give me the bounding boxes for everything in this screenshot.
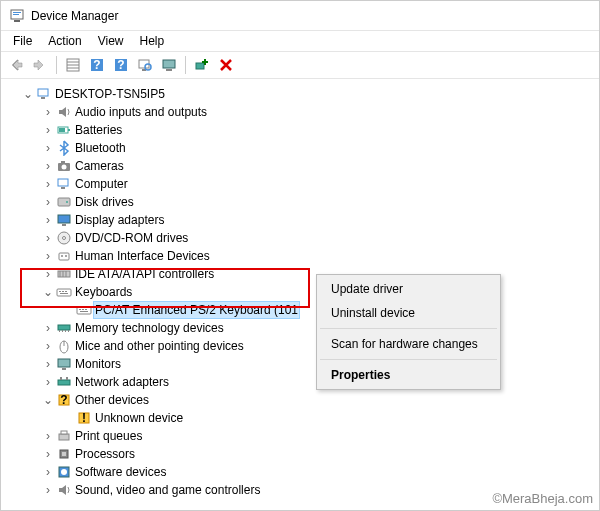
svg-rect-34 xyxy=(59,253,69,260)
chevron-right-icon[interactable]: › xyxy=(41,481,55,499)
chevron-right-icon[interactable]: › xyxy=(41,157,55,175)
computer-icon xyxy=(55,176,73,192)
tree-category[interactable]: ⌄?Other devices xyxy=(5,391,595,409)
chevron-right-icon[interactable]: › xyxy=(41,247,55,265)
other-icon: ? xyxy=(55,392,73,408)
chevron-right-icon[interactable]: › xyxy=(41,175,55,193)
context-menu: Update driverUninstall deviceScan for ha… xyxy=(316,274,501,390)
tree-category[interactable]: ›IDE ATA/ATAPI controllers xyxy=(5,265,595,283)
tree-category[interactable]: ›Software devices xyxy=(5,463,595,481)
chevron-right-icon[interactable]: › xyxy=(41,337,55,355)
tree-category[interactable]: ›Audio inputs and outputs xyxy=(5,103,595,121)
chevron-right-icon[interactable]: › xyxy=(41,103,55,121)
svg-rect-50 xyxy=(80,311,88,312)
tree-device[interactable]: PC/AT Enhanced PS/2 Keyboard (101 xyxy=(5,301,595,319)
context-menu-item[interactable]: Uninstall device xyxy=(319,301,498,325)
menu-action[interactable]: Action xyxy=(40,32,89,50)
context-menu-item[interactable]: Properties xyxy=(319,363,498,387)
svg-point-36 xyxy=(65,255,67,257)
tree-category[interactable]: ›Disk drives xyxy=(5,193,595,211)
tree-category[interactable]: ›Human Interface Devices xyxy=(5,247,595,265)
tree-category[interactable]: ›Mice and other pointing devices xyxy=(5,337,595,355)
tree-category[interactable]: ›Print queues xyxy=(5,427,595,445)
tree-category[interactable]: ›Batteries xyxy=(5,121,595,139)
svg-rect-15 xyxy=(163,60,175,68)
chevron-down-icon[interactable]: ⌄ xyxy=(21,85,35,103)
tree-category[interactable]: ›Processors xyxy=(5,445,595,463)
back-button[interactable] xyxy=(5,54,27,76)
monitor-icon xyxy=(55,356,73,372)
tree-category[interactable]: ›Bluetooth xyxy=(5,139,595,157)
svg-rect-54 xyxy=(65,330,66,332)
menu-file[interactable]: File xyxy=(5,32,40,50)
scan-button[interactable] xyxy=(134,54,156,76)
context-menu-item[interactable]: Scan for hardware changes xyxy=(319,332,498,356)
monitor-button[interactable] xyxy=(158,54,180,76)
tree-category[interactable]: ›Computer xyxy=(5,175,595,193)
tree-root-label: DESKTOP-TSN5IP5 xyxy=(53,85,167,103)
menu-view[interactable]: View xyxy=(90,32,132,50)
add-device-button[interactable] xyxy=(191,54,213,76)
svg-rect-59 xyxy=(62,368,66,370)
forward-button[interactable] xyxy=(29,54,51,76)
dvd-icon xyxy=(55,230,73,246)
chevron-right-icon[interactable]: › xyxy=(41,121,55,139)
svg-rect-19 xyxy=(41,97,45,99)
help-button-2[interactable]: ? xyxy=(110,54,132,76)
svg-text:!: ! xyxy=(82,411,86,425)
show-button[interactable] xyxy=(62,54,84,76)
category-label: Processors xyxy=(73,445,137,463)
category-label: Computer xyxy=(73,175,130,193)
chevron-right-icon[interactable]: › xyxy=(41,139,55,157)
category-label: Memory technology devices xyxy=(73,319,226,337)
chevron-right-icon[interactable]: › xyxy=(41,445,55,463)
remove-device-button[interactable] xyxy=(215,54,237,76)
tree-category[interactable]: ›Memory technology devices xyxy=(5,319,595,337)
processor-icon xyxy=(55,446,73,462)
hid-icon xyxy=(55,248,73,264)
context-menu-separator xyxy=(320,328,497,329)
chevron-right-icon[interactable]: › xyxy=(41,265,55,283)
window-title: Device Manager xyxy=(31,9,118,23)
chevron-right-icon[interactable]: › xyxy=(41,427,55,445)
ide-icon xyxy=(55,266,73,282)
chevron-right-icon[interactable]: › xyxy=(41,355,55,373)
chevron-right-icon[interactable]: › xyxy=(41,193,55,211)
chevron-right-icon[interactable]: › xyxy=(41,463,55,481)
tree-category[interactable]: ›DVD/CD-ROM drives xyxy=(5,229,595,247)
category-label: Software devices xyxy=(73,463,168,481)
chevron-down-icon[interactable]: ⌄ xyxy=(41,283,55,301)
tree-category[interactable]: ›Display adapters xyxy=(5,211,595,229)
menubar: File Action View Help xyxy=(1,31,599,51)
chevron-right-icon[interactable]: › xyxy=(41,373,55,391)
svg-rect-53 xyxy=(62,330,63,332)
titlebar: Device Manager xyxy=(1,1,599,31)
software-icon xyxy=(55,464,73,480)
context-menu-item[interactable]: Update driver xyxy=(319,277,498,301)
svg-point-72 xyxy=(61,469,67,475)
category-label: Sound, video and game controllers xyxy=(73,481,262,499)
svg-rect-2 xyxy=(13,12,21,13)
tree-device[interactable]: !Unknown device xyxy=(5,409,595,427)
svg-rect-46 xyxy=(77,307,91,314)
tree-category[interactable]: ›Network adapters xyxy=(5,373,595,391)
chevron-right-icon[interactable]: › xyxy=(41,229,55,247)
device-manager-icon xyxy=(9,8,25,24)
help-button-1[interactable]: ? xyxy=(86,54,108,76)
watermark: ©MeraBheja.com xyxy=(492,491,593,506)
chevron-down-icon[interactable]: ⌄ xyxy=(41,391,55,409)
tree-root[interactable]: ⌄ DESKTOP-TSN5IP5 xyxy=(5,85,595,103)
chevron-right-icon[interactable]: › xyxy=(41,319,55,337)
category-label: Audio inputs and outputs xyxy=(73,103,209,121)
category-label: Bluetooth xyxy=(73,139,128,157)
menu-help[interactable]: Help xyxy=(132,32,173,50)
category-label: DVD/CD-ROM drives xyxy=(73,229,190,247)
tree-category[interactable]: ›Monitors xyxy=(5,355,595,373)
svg-point-33 xyxy=(63,237,66,240)
tree-category[interactable]: ›Cameras xyxy=(5,157,595,175)
svg-text:?: ? xyxy=(117,58,124,72)
tree-category[interactable]: ⌄Keyboards xyxy=(5,283,595,301)
svg-rect-60 xyxy=(58,380,70,385)
chevron-right-icon[interactable]: › xyxy=(41,211,55,229)
svg-text:?: ? xyxy=(93,58,100,72)
